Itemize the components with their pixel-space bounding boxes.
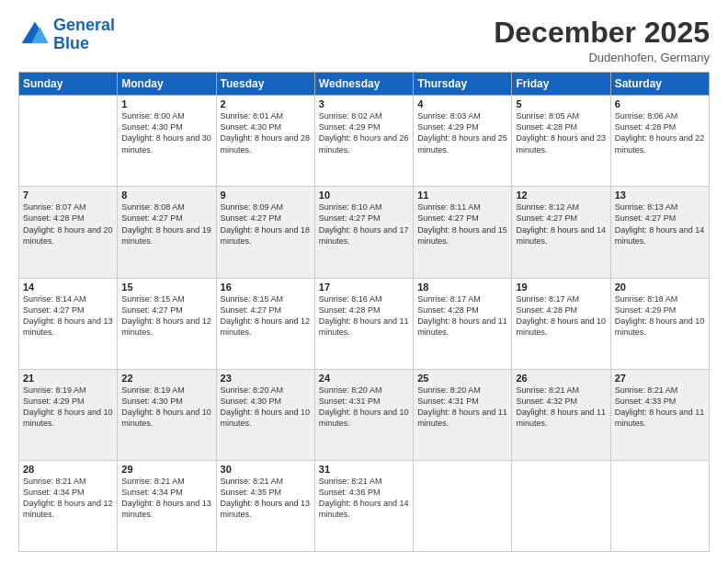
calendar-cell [512, 460, 610, 551]
calendar-cell: 18 Sunrise: 8:17 AM Sunset: 4:28 PM Dayl… [414, 278, 512, 369]
day-info: Sunrise: 8:21 AM Sunset: 4:36 PM Dayligh… [319, 476, 409, 521]
day-number: 7 [23, 190, 113, 201]
col-sunday: Sunday [19, 73, 118, 96]
day-number: 28 [23, 464, 113, 475]
sunrise: Sunrise: 8:15 AM [121, 294, 185, 304]
day-number: 8 [121, 190, 211, 201]
calendar-cell: 17 Sunrise: 8:16 AM Sunset: 4:28 PM Dayl… [314, 278, 413, 369]
header: General Blue December 2025 Dudenhofen, G… [18, 17, 710, 64]
sunrise: Sunrise: 8:06 AM [615, 111, 678, 121]
day-number: 22 [121, 373, 211, 384]
sunset: Sunset: 4:28 PM [319, 305, 381, 315]
day-number: 9 [221, 190, 311, 201]
logo: General Blue [18, 17, 115, 53]
sunrise: Sunrise: 8:18 AM [615, 294, 678, 304]
logo-general: General [53, 16, 115, 34]
sunset: Sunset: 4:27 PM [516, 213, 577, 223]
calendar-cell: 25 Sunrise: 8:20 AM Sunset: 4:31 PM Dayl… [414, 369, 512, 460]
calendar-cell: 19 Sunrise: 8:17 AM Sunset: 4:28 PM Dayl… [512, 278, 610, 369]
daylight: Daylight: 8 hours and 12 minutes. [121, 316, 211, 337]
daylight: Daylight: 8 hours and 14 minutes. [319, 499, 409, 519]
day-number: 12 [516, 190, 606, 201]
day-info: Sunrise: 8:06 AM Sunset: 4:28 PM Dayligh… [615, 110, 705, 155]
day-info: Sunrise: 8:21 AM Sunset: 4:34 PM Dayligh… [23, 476, 113, 521]
daylight: Daylight: 8 hours and 14 minutes. [615, 225, 705, 246]
sunrise: Sunrise: 8:05 AM [516, 111, 579, 121]
daylight: Daylight: 8 hours and 11 minutes. [516, 408, 606, 428]
daylight: Daylight: 8 hours and 26 minutes. [319, 133, 409, 154]
calendar-cell: 28 Sunrise: 8:21 AM Sunset: 4:34 PM Dayl… [19, 460, 118, 551]
sunset: Sunset: 4:34 PM [121, 488, 183, 497]
sunset: Sunset: 4:33 PM [615, 396, 677, 406]
daylight: Daylight: 8 hours and 10 minutes. [615, 316, 705, 337]
daylight: Daylight: 8 hours and 10 minutes. [23, 408, 113, 428]
calendar-cell: 11 Sunrise: 8:11 AM Sunset: 4:27 PM Dayl… [414, 187, 512, 278]
col-monday: Monday [118, 73, 216, 96]
daylight: Daylight: 8 hours and 11 minutes. [417, 316, 507, 337]
daylight: Daylight: 8 hours and 10 minutes. [319, 408, 409, 428]
daylight: Daylight: 8 hours and 10 minutes. [516, 316, 606, 337]
calendar-cell: 5 Sunrise: 8:05 AM Sunset: 4:28 PM Dayli… [512, 96, 610, 187]
day-info: Sunrise: 8:16 AM Sunset: 4:28 PM Dayligh… [319, 293, 409, 339]
day-number: 29 [121, 464, 211, 475]
day-info: Sunrise: 8:20 AM Sunset: 4:31 PM Dayligh… [417, 385, 507, 430]
sunrise: Sunrise: 8:20 AM [319, 385, 382, 395]
day-info: Sunrise: 8:15 AM Sunset: 4:27 PM Dayligh… [121, 293, 211, 339]
day-number: 16 [221, 282, 311, 293]
calendar-cell [414, 460, 512, 551]
sunrise: Sunrise: 8:15 AM [221, 294, 284, 304]
day-info: Sunrise: 8:20 AM Sunset: 4:31 PM Dayligh… [319, 385, 409, 430]
day-number: 27 [615, 373, 705, 384]
calendar-cell: 23 Sunrise: 8:20 AM Sunset: 4:30 PM Dayl… [216, 369, 314, 460]
sunset: Sunset: 4:28 PM [23, 213, 85, 223]
sunrise: Sunrise: 8:21 AM [23, 477, 86, 486]
day-info: Sunrise: 8:14 AM Sunset: 4:27 PM Dayligh… [23, 293, 113, 339]
sunrise: Sunrise: 8:08 AM [121, 202, 185, 212]
day-info: Sunrise: 8:21 AM Sunset: 4:34 PM Dayligh… [121, 476, 211, 521]
logo-blue: Blue [53, 34, 89, 52]
calendar-cell: 2 Sunrise: 8:01 AM Sunset: 4:30 PM Dayli… [216, 96, 314, 187]
month-title: December 2025 [494, 17, 710, 49]
sunset: Sunset: 4:27 PM [615, 213, 677, 223]
day-number: 21 [23, 373, 113, 384]
title-block: December 2025 Dudenhofen, Germany [494, 17, 710, 64]
daylight: Daylight: 8 hours and 11 minutes. [417, 408, 507, 428]
sunset: Sunset: 4:31 PM [417, 396, 479, 406]
sunset: Sunset: 4:27 PM [221, 213, 282, 223]
calendar-cell: 1 Sunrise: 8:00 AM Sunset: 4:30 PM Dayli… [118, 96, 216, 187]
calendar-cell: 7 Sunrise: 8:07 AM Sunset: 4:28 PM Dayli… [19, 187, 118, 278]
daylight: Daylight: 8 hours and 30 minutes. [121, 133, 211, 154]
calendar-cell: 8 Sunrise: 8:08 AM Sunset: 4:27 PM Dayli… [118, 187, 216, 278]
day-number: 4 [417, 98, 507, 109]
sunrise: Sunrise: 8:10 AM [319, 202, 382, 212]
sunset: Sunset: 4:29 PM [417, 122, 479, 132]
sunset: Sunset: 4:27 PM [121, 213, 183, 223]
calendar-week-row: 1 Sunrise: 8:00 AM Sunset: 4:30 PM Dayli… [19, 96, 710, 187]
day-number: 17 [319, 282, 409, 293]
calendar-cell: 24 Sunrise: 8:20 AM Sunset: 4:31 PM Dayl… [314, 369, 413, 460]
sunrise: Sunrise: 8:21 AM [121, 477, 185, 486]
day-info: Sunrise: 8:12 AM Sunset: 4:27 PM Dayligh… [516, 201, 606, 247]
day-info: Sunrise: 8:07 AM Sunset: 4:28 PM Dayligh… [23, 201, 113, 247]
calendar-cell: 16 Sunrise: 8:15 AM Sunset: 4:27 PM Dayl… [216, 278, 314, 369]
day-number: 6 [615, 98, 705, 109]
daylight: Daylight: 8 hours and 25 minutes. [417, 133, 507, 154]
calendar-cell [19, 96, 118, 187]
sunset: Sunset: 4:36 PM [319, 488, 381, 497]
sunrise: Sunrise: 8:13 AM [615, 202, 678, 212]
day-info: Sunrise: 8:05 AM Sunset: 4:28 PM Dayligh… [516, 110, 606, 155]
daylight: Daylight: 8 hours and 10 minutes. [121, 408, 211, 428]
day-number: 5 [516, 98, 606, 109]
sunrise: Sunrise: 8:03 AM [417, 111, 481, 121]
calendar-week-row: 21 Sunrise: 8:19 AM Sunset: 4:29 PM Dayl… [19, 369, 710, 460]
day-number: 2 [221, 98, 311, 109]
sunrise: Sunrise: 8:09 AM [221, 202, 284, 212]
day-info: Sunrise: 8:17 AM Sunset: 4:28 PM Dayligh… [516, 293, 606, 339]
day-number: 31 [319, 464, 409, 475]
day-info: Sunrise: 8:19 AM Sunset: 4:30 PM Dayligh… [121, 385, 211, 430]
logo-text: General Blue [53, 17, 115, 53]
sunrise: Sunrise: 8:20 AM [221, 385, 284, 395]
col-saturday: Saturday [610, 73, 709, 96]
sunset: Sunset: 4:27 PM [417, 213, 479, 223]
day-info: Sunrise: 8:20 AM Sunset: 4:30 PM Dayligh… [221, 385, 311, 430]
